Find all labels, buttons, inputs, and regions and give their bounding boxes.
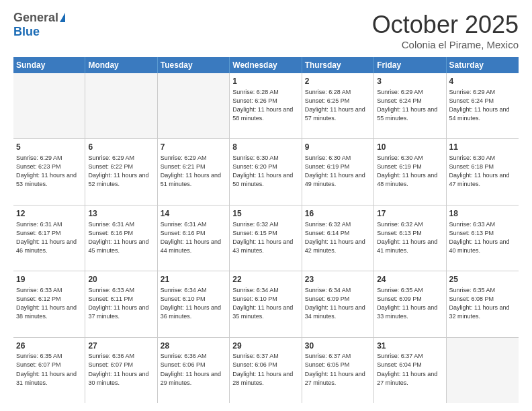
day-info: Sunrise: 6:32 AMSunset: 6:13 PMDaylight:… (377, 220, 443, 255)
day-number: 11 (449, 142, 516, 153)
day-number: 3 (377, 76, 443, 87)
day-number: 4 (449, 76, 516, 87)
day-info: Sunrise: 6:37 AMSunset: 6:04 PMDaylight:… (377, 352, 443, 387)
day-info: Sunrise: 6:35 AMSunset: 6:09 PMDaylight:… (377, 286, 443, 321)
day-info: Sunrise: 6:33 AMSunset: 6:13 PMDaylight:… (449, 220, 516, 255)
calendar-cell (13, 73, 85, 138)
calendar-cell: 10Sunrise: 6:30 AMSunset: 6:19 PMDayligh… (374, 139, 446, 204)
logo: General Blue (13, 11, 65, 39)
day-info: Sunrise: 6:30 AMSunset: 6:18 PMDaylight:… (449, 154, 516, 189)
day-number: 20 (88, 274, 154, 285)
calendar-cell: 28Sunrise: 6:36 AMSunset: 6:06 PMDayligh… (158, 338, 230, 403)
day-number: 10 (377, 142, 443, 153)
day-number: 13 (88, 208, 154, 220)
calendar-week: 12Sunrise: 6:31 AMSunset: 6:17 PMDayligh… (13, 205, 519, 271)
calendar-cell (85, 73, 157, 138)
calendar-header-cell: Tuesday (158, 57, 230, 73)
day-number: 28 (161, 340, 226, 352)
calendar-cell: 12Sunrise: 6:31 AMSunset: 6:17 PMDayligh… (13, 205, 85, 271)
day-number: 21 (161, 274, 226, 285)
calendar-week: 26Sunrise: 6:35 AMSunset: 6:07 PMDayligh… (13, 338, 519, 403)
day-info: Sunrise: 6:36 AMSunset: 6:07 PMDaylight:… (88, 352, 154, 387)
day-number: 8 (232, 142, 298, 153)
calendar-cell: 19Sunrise: 6:33 AMSunset: 6:12 PMDayligh… (13, 271, 85, 336)
calendar-cell (158, 73, 230, 138)
calendar-cell: 7Sunrise: 6:29 AMSunset: 6:21 PMDaylight… (158, 139, 230, 204)
calendar-header-cell: Monday (85, 57, 157, 73)
calendar-cell: 3Sunrise: 6:29 AMSunset: 6:24 PMDaylight… (374, 73, 446, 138)
day-number: 18 (449, 208, 516, 220)
day-number: 9 (305, 142, 371, 153)
calendar-cell: 9Sunrise: 6:30 AMSunset: 6:19 PMDaylight… (302, 139, 374, 204)
calendar-cell: 17Sunrise: 6:32 AMSunset: 6:13 PMDayligh… (374, 205, 446, 271)
calendar-cell: 15Sunrise: 6:32 AMSunset: 6:15 PMDayligh… (230, 205, 302, 271)
calendar-cell: 4Sunrise: 6:29 AMSunset: 6:24 PMDaylight… (447, 73, 519, 138)
calendar-week: 19Sunrise: 6:33 AMSunset: 6:12 PMDayligh… (13, 271, 519, 337)
day-number: 24 (377, 274, 443, 285)
day-number: 14 (161, 208, 226, 220)
day-info: Sunrise: 6:29 AMSunset: 6:23 PMDaylight:… (16, 154, 82, 189)
page: General Blue October 2025 Colonia el Pir… (0, 0, 532, 411)
day-number: 26 (16, 340, 82, 352)
day-info: Sunrise: 6:35 AMSunset: 6:08 PMDaylight:… (449, 286, 516, 321)
calendar-cell: 26Sunrise: 6:35 AMSunset: 6:07 PMDayligh… (13, 338, 85, 403)
calendar-cell: 21Sunrise: 6:34 AMSunset: 6:10 PMDayligh… (158, 271, 230, 336)
calendar-cell: 14Sunrise: 6:31 AMSunset: 6:16 PMDayligh… (158, 205, 230, 271)
calendar-body: 1Sunrise: 6:28 AMSunset: 6:26 PMDaylight… (13, 73, 519, 403)
logo-triangle-icon (60, 13, 65, 22)
calendar-cell: 2Sunrise: 6:28 AMSunset: 6:25 PMDaylight… (302, 73, 374, 138)
calendar-header-row: SundayMondayTuesdayWednesdayThursdayFrid… (13, 57, 519, 73)
day-info: Sunrise: 6:30 AMSunset: 6:20 PMDaylight:… (232, 154, 298, 189)
day-info: Sunrise: 6:33 AMSunset: 6:12 PMDaylight:… (16, 286, 82, 321)
day-info: Sunrise: 6:31 AMSunset: 6:17 PMDaylight:… (16, 220, 82, 255)
day-info: Sunrise: 6:31 AMSunset: 6:16 PMDaylight:… (161, 220, 226, 255)
day-number: 30 (305, 340, 371, 352)
calendar-cell (447, 338, 519, 403)
header: General Blue October 2025 Colonia el Pir… (13, 11, 519, 50)
calendar-cell: 8Sunrise: 6:30 AMSunset: 6:20 PMDaylight… (230, 139, 302, 204)
day-number: 22 (232, 274, 298, 285)
day-info: Sunrise: 6:30 AMSunset: 6:19 PMDaylight:… (305, 154, 371, 189)
calendar-header-cell: Friday (374, 57, 446, 73)
day-info: Sunrise: 6:37 AMSunset: 6:06 PMDaylight:… (232, 352, 298, 387)
logo-blue-text: Blue (13, 25, 40, 39)
day-number: 12 (16, 208, 82, 220)
calendar-cell: 6Sunrise: 6:29 AMSunset: 6:22 PMDaylight… (85, 139, 157, 204)
calendar-cell: 25Sunrise: 6:35 AMSunset: 6:08 PMDayligh… (447, 271, 519, 336)
day-info: Sunrise: 6:32 AMSunset: 6:15 PMDaylight:… (232, 220, 298, 255)
calendar-cell: 22Sunrise: 6:34 AMSunset: 6:10 PMDayligh… (230, 271, 302, 336)
calendar-cell: 27Sunrise: 6:36 AMSunset: 6:07 PMDayligh… (85, 338, 157, 403)
day-info: Sunrise: 6:29 AMSunset: 6:24 PMDaylight:… (449, 88, 516, 123)
day-info: Sunrise: 6:33 AMSunset: 6:11 PMDaylight:… (88, 286, 154, 321)
calendar-cell: 24Sunrise: 6:35 AMSunset: 6:09 PMDayligh… (374, 271, 446, 336)
calendar-cell: 20Sunrise: 6:33 AMSunset: 6:11 PMDayligh… (85, 271, 157, 336)
day-info: Sunrise: 6:32 AMSunset: 6:14 PMDaylight:… (305, 220, 371, 255)
day-number: 7 (161, 142, 226, 153)
calendar-cell: 11Sunrise: 6:30 AMSunset: 6:18 PMDayligh… (447, 139, 519, 204)
day-info: Sunrise: 6:36 AMSunset: 6:06 PMDaylight:… (161, 352, 226, 387)
day-info: Sunrise: 6:34 AMSunset: 6:09 PMDaylight:… (305, 286, 371, 321)
location: Colonia el Pirame, Mexico (372, 39, 519, 50)
day-number: 2 (305, 76, 371, 87)
day-number: 17 (377, 208, 443, 220)
day-number: 31 (377, 340, 443, 352)
day-info: Sunrise: 6:29 AMSunset: 6:22 PMDaylight:… (88, 154, 154, 189)
calendar-cell: 16Sunrise: 6:32 AMSunset: 6:14 PMDayligh… (302, 205, 374, 271)
calendar-header-cell: Sunday (13, 57, 85, 73)
day-number: 25 (449, 274, 516, 285)
calendar-header-cell: Thursday (302, 57, 374, 73)
day-info: Sunrise: 6:29 AMSunset: 6:24 PMDaylight:… (377, 88, 443, 123)
logo-general-text: General (13, 11, 58, 25)
day-number: 23 (305, 274, 371, 285)
day-number: 5 (16, 142, 82, 153)
calendar-header-cell: Wednesday (230, 57, 302, 73)
calendar-week: 1Sunrise: 6:28 AMSunset: 6:26 PMDaylight… (13, 73, 519, 139)
day-number: 15 (232, 208, 298, 220)
day-info: Sunrise: 6:34 AMSunset: 6:10 PMDaylight:… (232, 286, 298, 321)
calendar-week: 5Sunrise: 6:29 AMSunset: 6:23 PMDaylight… (13, 139, 519, 205)
calendar-cell: 18Sunrise: 6:33 AMSunset: 6:13 PMDayligh… (447, 205, 519, 271)
day-info: Sunrise: 6:37 AMSunset: 6:05 PMDaylight:… (305, 352, 371, 387)
calendar-cell: 5Sunrise: 6:29 AMSunset: 6:23 PMDaylight… (13, 139, 85, 204)
calendar-cell: 31Sunrise: 6:37 AMSunset: 6:04 PMDayligh… (374, 338, 446, 403)
calendar-cell: 29Sunrise: 6:37 AMSunset: 6:06 PMDayligh… (230, 338, 302, 403)
